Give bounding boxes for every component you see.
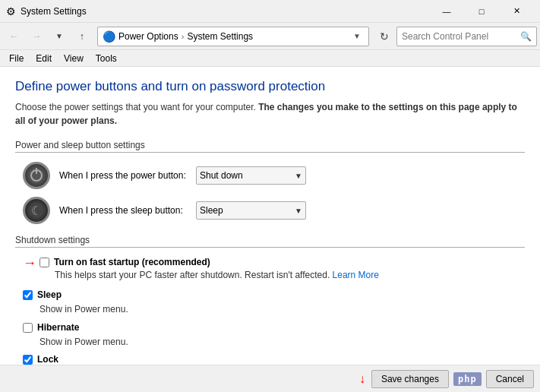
- sleep-checkbox-row: Sleep: [15, 289, 525, 300]
- window-controls: — □ ✕: [429, 0, 534, 23]
- fast-startup-desc-text: This helps start your PC faster after sh…: [55, 270, 333, 280]
- hibernate-checkbox[interactable]: [23, 323, 33, 333]
- search-input[interactable]: [402, 31, 520, 42]
- fast-startup-checkbox[interactable]: [39, 258, 49, 267]
- hibernate-sub-desc: Show in Power menu.: [39, 336, 525, 349]
- main-content: Define power buttons and turn on passwor…: [0, 67, 540, 392]
- power-button-icon: [23, 162, 50, 189]
- power-button-label: When I press the power button:: [59, 170, 196, 181]
- sleep-chevron-down-icon: ▼: [295, 207, 302, 215]
- cancel-button[interactable]: Cancel: [486, 370, 534, 388]
- breadcrumb-dropdown[interactable]: ▼: [350, 30, 364, 43]
- close-button[interactable]: ✕: [499, 0, 534, 23]
- navbar: ← → ▼ ↑ 🔵 Power Options › System Setting…: [0, 23, 540, 50]
- menu-edit[interactable]: Edit: [30, 50, 58, 67]
- lock-checkbox-label[interactable]: Lock: [37, 354, 58, 365]
- fast-startup-row: → Turn on fast startup (recommended) Thi…: [15, 257, 525, 288]
- power-button-row: When I press the power button: Shut down…: [15, 162, 525, 189]
- menubar: File Edit View Tools: [0, 50, 540, 67]
- fast-startup-label-text: Turn on fast startup (recommended): [54, 257, 210, 267]
- sleep-button-icon: ☾: [23, 197, 50, 224]
- power-button-dropdown[interactable]: Shut down ▼: [196, 166, 306, 185]
- description-normal: Choose the power settings that you want …: [15, 102, 258, 112]
- power-icon-inner: [30, 169, 43, 182]
- shutdown-section: Shutdown settings → Turn on fast startup…: [15, 235, 525, 381]
- breadcrumb-power-options[interactable]: Power Options: [118, 31, 178, 42]
- description: Choose the power settings that you want …: [15, 100, 525, 128]
- sleep-label-text: Sleep: [37, 289, 62, 300]
- window-title: System Settings: [21, 6, 87, 17]
- hibernate-checkbox-row: Hibernate: [15, 322, 525, 333]
- sleep-button-label: When I press the sleep button:: [59, 205, 196, 216]
- menu-tools[interactable]: Tools: [90, 50, 123, 67]
- page-title: Define power buttons and turn on passwor…: [15, 79, 525, 94]
- php-badge-text: php: [458, 374, 477, 384]
- lock-checkbox[interactable]: [23, 355, 33, 365]
- sleep-button-row: ☾ When I press the sleep button: Sleep ▼: [15, 197, 525, 224]
- refresh-button[interactable]: ↻: [374, 26, 395, 47]
- hibernate-checkbox-label[interactable]: Hibernate: [37, 322, 79, 333]
- dropdown-recent-button[interactable]: ▼: [49, 26, 70, 47]
- save-changes-button[interactable]: Save changes: [371, 370, 449, 388]
- sleep-sub-desc: Show in Power menu.: [39, 303, 525, 316]
- menu-view[interactable]: View: [58, 50, 90, 67]
- save-annotation-arrow: ↓: [359, 372, 365, 386]
- power-button-value: Shut down: [200, 170, 243, 181]
- chevron-down-icon: ▼: [295, 172, 302, 180]
- fast-startup-desc: This helps start your PC faster after sh…: [55, 269, 379, 282]
- search-icon: 🔍: [520, 31, 532, 42]
- minimize-button[interactable]: —: [429, 0, 464, 23]
- fast-startup-container: Turn on fast startup (recommended) This …: [39, 257, 379, 288]
- php-badge: php: [453, 372, 482, 386]
- sleep-button-dropdown[interactable]: Sleep ▼: [196, 201, 306, 220]
- hibernate-label-text: Hibernate: [37, 322, 79, 333]
- titlebar: ⚙ System Settings — □ ✕: [0, 0, 540, 23]
- sleep-button-value: Sleep: [200, 205, 223, 216]
- forward-button[interactable]: →: [26, 26, 47, 47]
- fast-startup-label[interactable]: Turn on fast startup (recommended): [54, 257, 210, 267]
- lock-checkbox-row: Lock: [15, 354, 525, 365]
- lock-label-text: Lock: [37, 354, 58, 365]
- menu-file[interactable]: File: [3, 50, 30, 67]
- breadcrumb-bar: 🔵 Power Options › System Settings ▼: [97, 27, 369, 46]
- annotation-arrow: →: [23, 255, 36, 271]
- sleep-checkbox-label[interactable]: Sleep: [37, 289, 62, 300]
- up-button[interactable]: ↑: [71, 26, 93, 47]
- shutdown-section-header: Shutdown settings: [15, 235, 525, 248]
- bottom-bar: ↓ Save changes php Cancel: [0, 365, 540, 392]
- learn-more-link[interactable]: Learn More: [333, 270, 379, 280]
- search-box: 🔍: [396, 27, 537, 46]
- back-button[interactable]: ←: [3, 26, 24, 47]
- breadcrumb-current: System Settings: [187, 31, 253, 42]
- breadcrumb-icon: 🔵: [103, 30, 115, 43]
- maximize-button[interactable]: □: [464, 0, 499, 23]
- sleep-checkbox[interactable]: [23, 290, 33, 300]
- app-icon: ⚙: [6, 5, 16, 17]
- power-sleep-section-header: Power and sleep button settings: [15, 140, 525, 153]
- breadcrumb-separator: ›: [182, 32, 185, 41]
- fast-startup-checkbox-row: Turn on fast startup (recommended): [39, 257, 379, 267]
